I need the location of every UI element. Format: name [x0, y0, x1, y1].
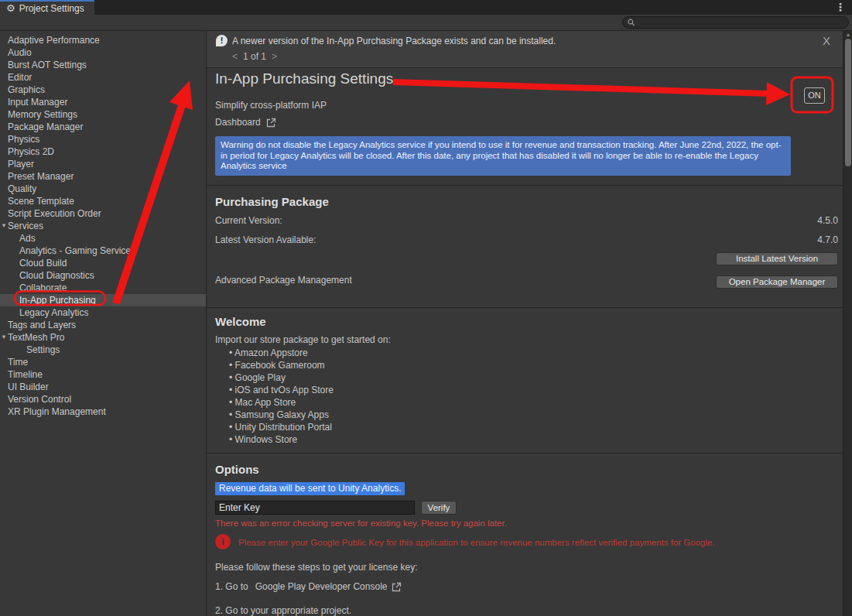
sidebar-item-physics-2d[interactable]: Physics 2D — [0, 145, 206, 158]
sidebar-item-ui-builder[interactable]: UI Builder — [0, 381, 206, 393]
pager-label: 1 of 1 — [243, 51, 266, 62]
legacy-analytics-warning: Warning do not disable the Legacy Analyt… — [215, 136, 791, 176]
sidebar-item-memory-settings[interactable]: Memory Settings — [0, 108, 206, 121]
store-list-item: Windows Store — [229, 433, 334, 446]
sidebar-item-legacy-analytics[interactable]: Legacy Analytics — [0, 306, 206, 319]
sidebar-item-editor[interactable]: Editor — [0, 71, 206, 84]
tab-project-settings[interactable]: ⚙ Project Settings — [0, 0, 94, 15]
latest-version-label: Latest Version Available: — [215, 234, 317, 245]
store-list-item: Facebook Gameroom — [229, 359, 334, 371]
search-icon — [628, 19, 635, 26]
sidebar-item-adaptive-performance[interactable]: Adaptive Performance — [0, 34, 206, 46]
welcome-header: Welcome — [215, 315, 266, 328]
store-list-item: iOS and tvOs App Store — [229, 384, 334, 396]
current-version-value: 4.5.0 — [817, 215, 838, 226]
main-panel: ! A newer version of the In-App Purchasi… — [207, 31, 843, 616]
foldout-triangle-icon[interactable]: ▼ — [1, 220, 7, 232]
page-title: In-App Purchasing Settings — [215, 70, 393, 87]
gear-icon: ⚙ — [6, 3, 15, 13]
notification-text: A newer version of the In-App Purchasing… — [232, 36, 556, 46]
google-key-input[interactable] — [215, 501, 415, 515]
store-list-item: Amazon Appstore — [229, 347, 334, 359]
google-play-console-link[interactable]: Google Play Developer Console — [255, 581, 388, 592]
advanced-package-management-label: Advanced Package Management — [215, 275, 352, 286]
sidebar-item-textmesh-settings[interactable]: Settings — [0, 344, 206, 356]
key-check-error-text: There was an error checking server for e… — [215, 518, 507, 528]
sidebar-item-tags-and-layers[interactable]: Tags and Layers — [0, 319, 206, 331]
sidebar-item-scene-template[interactable]: Scene Template — [0, 195, 206, 207]
sidebar-item-analytics-gaming-services[interactable]: Analytics - Gaming Services — [0, 245, 206, 257]
section-divider — [207, 307, 843, 308]
purchasing-package-header: Purchasing Package — [215, 195, 329, 208]
error-info-icon: i — [215, 534, 231, 549]
store-list-item: Unity Distribution Portal — [229, 421, 334, 433]
sidebar-item-package-manager[interactable]: Package Manager — [0, 121, 206, 133]
external-link-icon — [266, 118, 276, 128]
pager-next-button[interactable]: > — [272, 51, 277, 62]
foldout-triangle-icon[interactable]: ▼ — [1, 331, 7, 344]
sidebar-item-version-control[interactable]: Version Control — [0, 393, 206, 406]
sidebar-item-textmesh-pro[interactable]: ▼ TextMesh Pro — [0, 331, 206, 344]
verify-button[interactable]: Verify — [421, 501, 457, 515]
sidebar-item-cloud-build[interactable]: Cloud Build — [0, 257, 206, 269]
section-divider — [207, 185, 843, 186]
settings-search-input[interactable] — [638, 18, 843, 27]
sidebar-item-physics[interactable]: Physics — [0, 133, 206, 145]
license-step-2: 2. Go to your appropriate project. — [215, 605, 351, 616]
close-icon[interactable]: X — [819, 33, 833, 49]
analytics-note: Revenue data will be sent to Unity Analy… — [215, 482, 405, 495]
section-divider — [207, 453, 843, 453]
pager-prev-button[interactable]: < — [232, 51, 238, 62]
store-list: Amazon Appstore Facebook Gameroom Google… — [229, 347, 334, 446]
notification-pager: < 1 of 1 > — [232, 51, 277, 62]
sidebar-item-time[interactable]: Time — [0, 356, 206, 368]
latest-version-value: 4.7.0 — [817, 234, 838, 245]
store-list-item: Samsung Galaxy Apps — [229, 409, 334, 421]
toolbar-strip — [0, 15, 852, 31]
sidebar-item-ads[interactable]: Ads — [0, 232, 206, 245]
scroll-up-arrow-icon[interactable]: ▲ — [843, 31, 852, 39]
sidebar-item-timeline[interactable]: Timeline — [0, 368, 206, 381]
license-steps-intro: Please follow these steps to get your li… — [215, 562, 417, 573]
settings-search-box[interactable] — [622, 16, 849, 29]
sidebar-item-script-execution-order[interactable]: Script Execution Order — [0, 207, 206, 220]
window-menu-kebab-icon[interactable]: ⋮ — [832, 1, 849, 13]
sidebar-item-services[interactable]: ▼ Services — [0, 220, 206, 232]
sidebar-item-cloud-diagnostics[interactable]: Cloud Diagnostics — [0, 269, 206, 282]
sidebar-item-graphics[interactable]: Graphics — [0, 84, 206, 96]
install-latest-version-button[interactable]: Install Latest Version — [716, 252, 838, 265]
window-tab-bar: ⚙ Project Settings ⋮ — [0, 0, 852, 15]
project-settings-window: ⚙ Project Settings ⋮ Adaptive Performanc… — [0, 0, 852, 616]
dashboard-label: Dashboard — [215, 117, 261, 128]
page-subtitle: Simplify cross-platform IAP — [215, 100, 327, 111]
vertical-scrollbar[interactable]: ▲ — [843, 31, 852, 616]
options-header: Options — [215, 463, 259, 476]
store-list-item: Mac App Store — [229, 396, 334, 409]
sidebar-item-preset-manager[interactable]: Preset Manager — [0, 170, 206, 183]
open-package-manager-button[interactable]: Open Package Manager — [716, 275, 838, 289]
iap-enable-toggle[interactable]: ON — [804, 87, 825, 104]
alert-bubble-icon: ! — [216, 35, 228, 46]
external-link-icon — [392, 582, 402, 592]
settings-sidebar: Adaptive Performance Audio Burst AOT Set… — [0, 31, 207, 616]
scrollbar-thumb[interactable] — [845, 39, 851, 166]
google-key-warning-text: Please enter your Google Public Key for … — [238, 538, 715, 547]
license-step-1: 1. Go to Google Play Developer Console — [215, 581, 402, 592]
sidebar-item-audio[interactable]: Audio — [0, 46, 206, 59]
sidebar-item-player[interactable]: Player — [0, 158, 206, 170]
sidebar-item-collaborate[interactable]: Collaborate — [0, 282, 206, 294]
dashboard-link[interactable]: Dashboard — [215, 117, 276, 128]
sidebar-item-in-app-purchasing[interactable]: In-App Purchasing — [0, 294, 206, 306]
sidebar-item-quality[interactable]: Quality — [0, 183, 206, 195]
store-list-item: Google Play — [229, 371, 334, 384]
welcome-intro: Import our store package to get started … — [215, 334, 391, 345]
update-notification-bar: ! A newer version of the In-App Purchasi… — [207, 31, 843, 68]
tab-title: Project Settings — [19, 3, 84, 14]
sidebar-item-xr-plugin-management[interactable]: XR Plugin Management — [0, 406, 206, 418]
sidebar-item-burst-aot-settings[interactable]: Burst AOT Settings — [0, 59, 206, 71]
sidebar-item-input-manager[interactable]: Input Manager — [0, 96, 206, 108]
current-version-label: Current Version: — [215, 215, 282, 226]
step1-prefix: 1. Go to — [215, 581, 248, 592]
